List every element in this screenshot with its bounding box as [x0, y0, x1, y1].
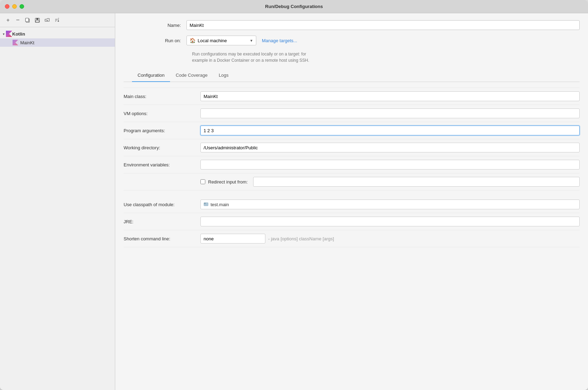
jre-input[interactable] — [200, 217, 580, 226]
shorten-cmd-input[interactable] — [200, 234, 265, 243]
spacer — [124, 190, 580, 196]
remove-button[interactable]: − — [13, 16, 22, 25]
save-button[interactable] — [33, 16, 42, 25]
house-icon: 🏠 — [190, 38, 196, 43]
traffic-lights — [5, 4, 24, 9]
redirect-label: Redirect input from: — [208, 179, 248, 185]
config-section: Main class: VM options: Program argument… — [115, 82, 588, 390]
svg-rect-3 — [36, 18, 38, 20]
right-panel: Name: Run on: 🏠 Local machine ▼ Manage t… — [115, 13, 588, 390]
run-on-dropdown-text: Local machine — [198, 38, 247, 43]
redirect-row: Redirect input from: — [124, 173, 580, 190]
close-button[interactable] — [5, 4, 9, 9]
tree-item-mainkt[interactable]: MainKt — [0, 38, 115, 47]
svg-rect-4 — [36, 21, 39, 22]
shorten-cmd-hint: - java [options] className [args] — [268, 236, 334, 241]
working-dir-row: Working directory: — [124, 139, 580, 156]
kotlin-group-header[interactable]: ▾ Kotlin — [0, 29, 115, 38]
name-input[interactable] — [186, 20, 580, 30]
window-title: Run/Debug Configurations — [265, 4, 323, 9]
redirect-input[interactable] — [253, 177, 580, 187]
run-on-dropdown[interactable]: 🏠 Local machine ▼ — [186, 36, 256, 45]
shorten-cmd-row: Shorten command line: - java [options] c… — [124, 230, 580, 247]
svg-marker-11 — [6, 31, 12, 37]
kotlin-group-label: Kotlin — [12, 31, 25, 37]
program-args-label: Program arguments: — [124, 128, 200, 133]
run-on-label: Run on: — [124, 38, 186, 43]
tab-configuration[interactable]: Configuration — [132, 69, 170, 82]
main-class-input[interactable] — [200, 91, 580, 101]
add-button[interactable]: + — [3, 16, 13, 25]
form-area: Name: Run on: 🏠 Local machine ▼ Manage t… — [115, 13, 588, 82]
svg-rect-14 — [204, 203, 206, 204]
svg-marker-12 — [13, 40, 18, 45]
maximize-button[interactable] — [20, 4, 24, 9]
program-args-input[interactable] — [200, 126, 580, 135]
redirect-checkbox[interactable] — [200, 179, 205, 184]
name-row: Name: — [124, 20, 580, 30]
minimize-button[interactable] — [12, 4, 17, 9]
vm-options-input[interactable] — [200, 108, 580, 118]
classpath-label: Use classpath of module: — [124, 202, 200, 207]
main-content: + − — [0, 13, 588, 390]
module-icon — [204, 202, 208, 208]
module-field[interactable]: test.main — [200, 200, 580, 209]
sidebar: + − — [0, 13, 115, 390]
sidebar-toolbar: + − — [0, 13, 115, 27]
kotlin-small-icon — [13, 40, 18, 45]
env-vars-input[interactable] — [200, 160, 580, 170]
new-folder-button[interactable] — [43, 16, 52, 25]
vm-options-row: VM options: — [124, 105, 580, 122]
classpath-row: Use classpath of module: test.main — [124, 196, 580, 213]
tree-item-label: MainKt — [20, 40, 34, 45]
main-class-label: Main class: — [124, 94, 200, 99]
manage-targets-link[interactable]: Manage targets... — [262, 38, 297, 43]
kotlin-icon — [6, 31, 12, 37]
jre-row: JRE: — [124, 213, 580, 230]
main-class-row: Main class: — [124, 88, 580, 105]
tree-group-kotlin: ▾ Kotlin — [0, 29, 115, 47]
run-on-hint: Run configurations may be executed local… — [192, 51, 580, 63]
sidebar-tree: ▾ Kotlin — [0, 27, 115, 390]
chevron-down-icon: ▼ — [250, 39, 253, 43]
env-vars-row: Environment variables: — [124, 156, 580, 173]
jre-label: JRE: — [124, 219, 200, 224]
chevron-down-icon: ▾ — [3, 32, 5, 36]
copy-button[interactable] — [23, 16, 32, 25]
svg-text:a: a — [58, 17, 59, 19]
module-text: test.main — [211, 202, 229, 207]
working-dir-input[interactable] — [200, 143, 580, 152]
env-vars-label: Environment variables: — [124, 162, 200, 167]
run-on-row: Run on: 🏠 Local machine ▼ Manage targets… — [124, 36, 580, 45]
shorten-cmd-label: Shorten command line: — [124, 236, 200, 241]
sort-button[interactable]: a — [52, 16, 61, 25]
redirect-content: Redirect input from: — [200, 177, 580, 187]
name-label: Name: — [124, 23, 186, 28]
program-args-row: Program arguments: — [124, 122, 580, 139]
shorten-cmd-field: - java [options] className [args] — [200, 234, 580, 243]
window: Run/Debug Configurations + − — [0, 0, 588, 390]
working-dir-label: Working directory: — [124, 145, 200, 150]
tabs-container: Configuration Code Coverage Logs — [124, 69, 580, 82]
titlebar: Run/Debug Configurations — [0, 0, 588, 13]
tab-logs[interactable]: Logs — [213, 69, 234, 82]
tab-code-coverage[interactable]: Code Coverage — [170, 69, 213, 82]
vm-options-label: VM options: — [124, 111, 200, 116]
svg-rect-1 — [25, 18, 29, 22]
